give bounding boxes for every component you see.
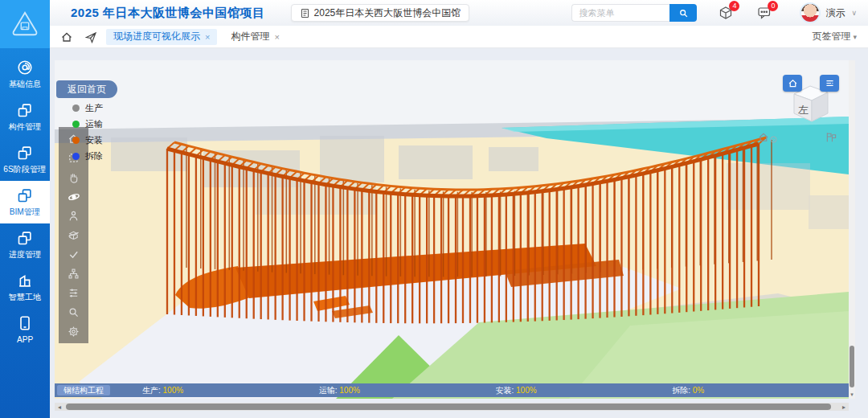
section-button[interactable] bbox=[64, 228, 84, 242]
metric-production: 生产100% bbox=[142, 385, 319, 396]
hand-icon bbox=[68, 171, 80, 183]
legend-dot bbox=[72, 153, 80, 160]
sidebar-item-label: APP bbox=[17, 334, 33, 343]
sliders-icon bbox=[68, 287, 80, 299]
sidebar-item-bim-mgmt[interactable]: BIM管理 bbox=[0, 181, 50, 223]
top-header: 2025 年日本大阪世博会中国馆项目 2025年日本关西大阪世博会中国馆 4 0 bbox=[50, 0, 868, 26]
project-selector[interactable]: 2025年日本关西大阪世博会中国馆 bbox=[291, 4, 470, 22]
tab-site-progress-visualization[interactable]: 现场进度可视化展示 bbox=[106, 29, 217, 45]
message-badge: 0 bbox=[768, 1, 778, 11]
tab-component-management[interactable]: 构件管理 bbox=[223, 29, 286, 45]
list-icon bbox=[825, 78, 835, 88]
filter-list-button[interactable] bbox=[64, 286, 84, 300]
horizontal-scroll-track[interactable] bbox=[64, 404, 839, 410]
horizontal-scrollbar-thumb[interactable] bbox=[66, 404, 831, 410]
model-notifications[interactable]: 4 bbox=[716, 4, 735, 22]
status-metrics: 生产100% 运输100% 安装100% 拆除0% bbox=[142, 385, 849, 396]
user-name: 演示 bbox=[825, 6, 845, 20]
scroll-right-arrow[interactable] bbox=[839, 404, 849, 411]
first-person-button[interactable] bbox=[64, 209, 84, 223]
metric-demolition: 拆除0% bbox=[672, 385, 849, 396]
status-legend: 生产 运输 安装 拆除 bbox=[72, 102, 103, 162]
hierarchy-icon bbox=[68, 268, 80, 280]
home-view-shortcut[interactable] bbox=[757, 131, 777, 143]
home-icon bbox=[788, 78, 798, 88]
refresh-nav-button[interactable] bbox=[82, 29, 100, 45]
view-shortcuts bbox=[757, 131, 837, 143]
person-icon bbox=[68, 210, 80, 222]
tab-bar: 现场进度可视化展示 构件管理 页签管理 bbox=[50, 26, 868, 48]
horizontal-scrollbar[interactable] bbox=[55, 403, 849, 411]
legend-label: 运输 bbox=[85, 118, 103, 130]
settings-button[interactable] bbox=[64, 325, 84, 338]
scroll-left-arrow[interactable] bbox=[55, 404, 64, 411]
cube-face-label: 左 bbox=[798, 104, 809, 116]
gear-icon bbox=[68, 326, 80, 338]
sidebar-item-basic-info[interactable]: 基础信息 bbox=[0, 53, 50, 96]
vertical-scrollbar-thumb[interactable] bbox=[850, 346, 854, 387]
legend-dot bbox=[72, 121, 80, 128]
phone-icon bbox=[17, 315, 33, 331]
orbit-icon bbox=[68, 191, 80, 203]
plan-view-shortcut[interactable] bbox=[825, 131, 837, 143]
section-box-icon bbox=[68, 229, 80, 241]
sidebar-item-component-mgmt[interactable]: 构件管理 bbox=[0, 96, 50, 138]
search-button[interactable] bbox=[669, 4, 697, 22]
home-icon bbox=[60, 31, 73, 43]
building-icon bbox=[17, 273, 33, 289]
boxes-icon bbox=[17, 102, 33, 118]
check-icon bbox=[68, 248, 80, 260]
content-area: 返回首页 生产 运输 安装 bbox=[50, 48, 868, 418]
message-notifications[interactable]: 0 bbox=[755, 4, 774, 22]
legend-label: 拆除 bbox=[85, 150, 103, 162]
sidebar-item-smart-site[interactable]: 智慧工地 bbox=[0, 266, 50, 309]
bim-3d-viewport[interactable]: 返回首页 生产 运输 安装 bbox=[55, 60, 849, 399]
orbit-button[interactable] bbox=[64, 190, 84, 203]
search-icon bbox=[68, 306, 80, 318]
send-icon bbox=[84, 31, 97, 43]
vertical-scrollbar[interactable] bbox=[849, 60, 855, 399]
sidebar-item-app[interactable]: APP bbox=[0, 309, 50, 351]
metric-transport: 运输100% bbox=[319, 385, 496, 396]
legend-item-transport[interactable]: 运输 bbox=[72, 118, 103, 130]
tab-manage-dropdown[interactable]: 页签管理 bbox=[812, 30, 857, 43]
close-icon[interactable] bbox=[205, 32, 210, 42]
3d-scene-canvas[interactable] bbox=[55, 60, 849, 399]
search-input[interactable] bbox=[571, 4, 669, 22]
progress-status-bar: 钢结构工程 生产100% 运输100% 安装100% 拆除0% bbox=[55, 383, 849, 397]
chevron-down-icon bbox=[770, 136, 777, 143]
legend-item-production[interactable]: 生产 bbox=[72, 102, 103, 114]
view-options-button[interactable] bbox=[820, 75, 839, 92]
boxes-icon bbox=[17, 230, 33, 246]
sidebar-item-label: 6S阶段管理 bbox=[4, 164, 47, 173]
legend-label: 生产 bbox=[85, 102, 103, 114]
flags-icon bbox=[825, 131, 837, 143]
boxes-icon bbox=[17, 187, 33, 203]
legend-dot bbox=[72, 137, 80, 144]
metric-installation: 安装100% bbox=[496, 385, 673, 396]
sidebar-item-label: 智慧工地 bbox=[9, 292, 41, 301]
sidebar-item-progress-mgmt[interactable]: 进度管理 bbox=[0, 223, 50, 266]
bim-app: 基础信息 构件管理 6S阶段管理 BIM管理 进度管理 智慧工地 bbox=[0, 0, 868, 418]
menu-search bbox=[571, 4, 697, 22]
sidebar-item-6s-stage-mgmt[interactable]: 6S阶段管理 bbox=[0, 138, 50, 181]
sidebar-item-label: 进度管理 bbox=[9, 249, 41, 258]
legend-item-demolition[interactable]: 拆除 bbox=[72, 150, 103, 162]
project-phase-chip[interactable]: 钢结构工程 bbox=[57, 385, 110, 395]
boxes-icon bbox=[17, 145, 33, 161]
scroll-down-arrow[interactable] bbox=[849, 391, 855, 398]
navigation-cube[interactable]: 左 bbox=[781, 75, 839, 125]
sidebar-item-label: BIM管理 bbox=[10, 207, 40, 215]
model-tree-button[interactable] bbox=[64, 267, 84, 281]
measure-button[interactable] bbox=[64, 248, 84, 261]
page-title: 2025 年日本大阪世博会中国馆项目 bbox=[71, 6, 265, 21]
search-model-button[interactable] bbox=[64, 305, 84, 319]
home-tab-button[interactable] bbox=[58, 29, 76, 45]
user-menu[interactable]: 演示 bbox=[800, 2, 857, 23]
app-logo bbox=[0, 0, 50, 48]
close-icon[interactable] bbox=[274, 32, 279, 42]
legend-item-installation[interactable]: 安装 bbox=[72, 134, 103, 146]
pan-button[interactable] bbox=[64, 170, 84, 184]
reset-view-button[interactable] bbox=[783, 75, 802, 92]
back-home-button[interactable]: 返回首页 bbox=[56, 80, 117, 98]
